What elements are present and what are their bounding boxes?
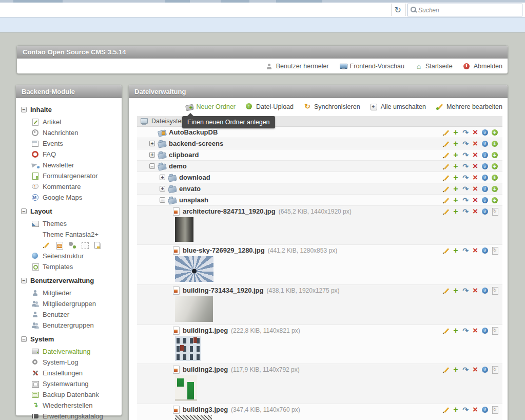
source-icon[interactable]	[491, 247, 498, 254]
sidebar-item-wiederherstellen[interactable]: Wiederherstellen	[20, 400, 118, 411]
sidebar-item-kommentare[interactable]: Kommentare	[20, 181, 118, 192]
source-icon[interactable]	[491, 366, 498, 373]
sidebar-item-backup-datenbank[interactable]: Backup Datenbank	[20, 389, 118, 400]
sidebar-item-seitenstruktur[interactable]: Seitenstruktur	[20, 251, 118, 261]
info-icon[interactable]	[481, 174, 489, 181]
move-icon[interactable]	[462, 185, 469, 193]
paste-new-icon[interactable]	[452, 163, 459, 170]
edit-icon[interactable]	[43, 241, 51, 249]
sidebar-item-benutzer[interactable]: Benutzer	[20, 309, 118, 320]
expander-toggle[interactable]: −	[149, 163, 155, 169]
paste-new-icon[interactable]	[452, 129, 459, 136]
paste-new-icon[interactable]	[452, 151, 459, 159]
source-icon[interactable]	[491, 327, 498, 334]
paste-into-icon[interactable]	[491, 174, 498, 181]
move-icon[interactable]	[462, 287, 469, 294]
paste-new-icon[interactable]	[452, 247, 459, 254]
sidebar-item-formulargenerator[interactable]: Formulargenerator	[20, 170, 118, 181]
css-icon[interactable]	[55, 241, 64, 249]
delete-icon[interactable]	[472, 197, 479, 204]
delete-icon[interactable]	[472, 366, 479, 373]
tree-item-label[interactable]: building3.jpeg	[183, 406, 228, 413]
edit-icon[interactable]	[442, 197, 450, 204]
toolbar-datei-upload[interactable]: Datei-Upload	[245, 103, 294, 110]
info-icon[interactable]	[481, 247, 489, 254]
edit-icon[interactable]	[442, 247, 450, 254]
sidebar-item-system-log[interactable]: System-Log	[20, 357, 118, 368]
file-thumbnail[interactable]	[175, 375, 197, 401]
info-icon[interactable]	[481, 185, 489, 193]
move-icon[interactable]	[462, 129, 469, 136]
source-icon[interactable]	[491, 208, 498, 215]
collapse-icon[interactable]: −	[21, 336, 27, 342]
collapse-icon[interactable]: −	[21, 107, 27, 112]
tree-item-label[interactable]: clipboard	[169, 151, 199, 159]
tree-item-label[interactable]: demo	[169, 162, 187, 170]
header-link-abmelden[interactable]: Abmelden	[463, 63, 502, 70]
sidebar-item-benutzergruppen[interactable]: Benutzergruppen	[20, 320, 118, 331]
edit-icon[interactable]	[442, 287, 450, 294]
sidebar-item-themes[interactable]: Themes	[20, 218, 118, 229]
collapse-icon[interactable]: −	[21, 278, 27, 283]
file-thumbnail[interactable]	[175, 217, 193, 242]
paste-new-icon[interactable]	[452, 208, 459, 215]
header-link-benutzer-hermeler[interactable]: Benutzer hermeler	[265, 63, 329, 70]
modules-icon[interactable]	[68, 241, 76, 249]
move-icon[interactable]	[462, 174, 469, 181]
source-icon[interactable]	[491, 406, 498, 413]
edit-icon[interactable]	[442, 406, 450, 413]
tree-item-label[interactable]: backend-screens	[169, 140, 223, 147]
move-icon[interactable]	[462, 208, 469, 215]
expander-toggle[interactable]: +	[160, 186, 165, 192]
toolbar-alle-umschalten[interactable]: Alle umschalten	[370, 103, 426, 110]
move-icon[interactable]	[462, 163, 469, 170]
paste-into-icon[interactable]	[491, 151, 498, 159]
paste-new-icon[interactable]	[452, 366, 459, 373]
paste-new-icon[interactable]	[452, 185, 459, 193]
info-icon[interactable]	[481, 197, 489, 204]
tree-item-label[interactable]: architecture-824711_1920.jpg	[183, 207, 276, 215]
move-icon[interactable]	[462, 366, 469, 373]
expander-toggle[interactable]: +	[149, 141, 155, 146]
paste-new-icon[interactable]	[452, 406, 459, 413]
info-icon[interactable]	[481, 140, 489, 147]
search-input[interactable]	[418, 7, 520, 14]
sidebar-item-artikel[interactable]: Artikel	[20, 117, 118, 127]
edit-icon[interactable]	[442, 151, 450, 159]
toolbar-neuer-ordner[interactable]: Neuer Ordner	[186, 103, 236, 110]
info-icon[interactable]	[481, 129, 489, 136]
sidebar-item-systemwartung[interactable]: Systemwartung	[20, 378, 118, 389]
pages-icon[interactable]	[94, 241, 102, 249]
expander-toggle[interactable]: +	[149, 152, 155, 158]
info-icon[interactable]	[481, 163, 489, 170]
move-icon[interactable]	[462, 247, 469, 254]
edit-icon[interactable]	[442, 140, 450, 147]
sidebar-item-theme-fantasia2[interactable]: Theme Fantasia2+	[20, 229, 118, 240]
delete-icon[interactable]	[472, 247, 479, 254]
edit-icon[interactable]	[442, 174, 450, 181]
toolbar-synchronisieren[interactable]: Synchronisieren	[303, 103, 360, 110]
sidebar-item-newsletter[interactable]: Newsletter	[20, 160, 118, 170]
info-icon[interactable]	[481, 406, 489, 413]
info-icon[interactable]	[481, 327, 489, 334]
sidebar-item-dateiverwaltung[interactable]: Dateiverwaltung	[20, 346, 118, 357]
tree-item-label[interactable]: unsplash	[179, 196, 208, 204]
delete-icon[interactable]	[472, 185, 479, 193]
delete-icon[interactable]	[472, 174, 479, 181]
toolbar-mehrere-bearbeiten[interactable]: Mehrere bearbeiten	[436, 103, 502, 110]
edit-icon[interactable]	[442, 327, 450, 334]
tree-item-label[interactable]: building1.jpeg	[183, 327, 228, 334]
paste-new-icon[interactable]	[452, 140, 459, 147]
file-thumbnail[interactable]	[175, 415, 212, 420]
move-icon[interactable]	[462, 151, 469, 159]
info-icon[interactable]	[481, 208, 489, 215]
file-thumbnail[interactable]	[175, 296, 213, 322]
paste-new-icon[interactable]	[452, 197, 459, 204]
sidebar-item-templates[interactable]: Templates	[20, 261, 118, 272]
layout-icon[interactable]	[81, 241, 89, 249]
paste-into-icon[interactable]	[491, 140, 498, 147]
tree-item-label[interactable]: building2.jpeg	[183, 366, 228, 373]
file-thumbnail[interactable]	[175, 256, 213, 282]
move-icon[interactable]	[462, 327, 469, 334]
tree-item-label[interactable]: building-731434_1920.jpg	[183, 287, 264, 294]
